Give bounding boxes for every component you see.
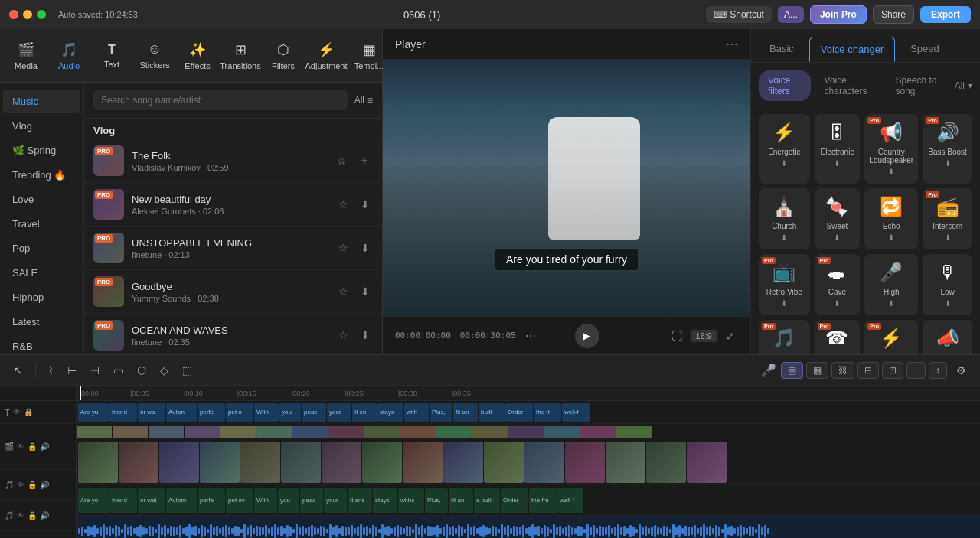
list-item[interactable]: PRO Goodbye Yummy Sounds · 02:38 ☆ ⬇ [84,270,382,314]
sidebar-item-spring[interactable]: 🌿 Spring [3,139,80,162]
favorite-button[interactable]: ☆ [335,195,351,214]
add-button[interactable]: ＋ [356,151,373,171]
trim-left-button[interactable]: ⊢ [63,361,81,380]
waveform-bar [752,527,754,536]
music-search-input[interactable] [93,90,348,110]
download-button[interactable]: ⬇ [358,326,373,344]
close-button[interactable] [9,10,18,19]
sidebar-item-hiphop[interactable]: Hiphop [3,285,80,309]
sidebar-item-sale[interactable]: SALE [3,261,80,285]
voice-item-old-telephone[interactable]: Pro ☎ Old Telephone ⬇ [815,320,861,354]
expand-button[interactable]: ⤢ [723,327,738,345]
shortcut-button[interactable]: ⌨ Shortcut [706,6,772,23]
delete-button[interactable]: ▭ [109,361,128,380]
sidebar-item-rnb[interactable]: R&B [3,334,80,354]
trim-right-button[interactable]: ⊣ [86,361,104,380]
sidebar-item-latest[interactable]: Latest [3,310,80,334]
share-button[interactable]: Share [873,5,914,24]
list-item[interactable]: PRO The Folk Vladislav Kurnikov · 02:59 … [84,139,382,183]
sidebar-item-pop[interactable]: Pop [3,236,80,260]
voice-item-sweet[interactable]: 🍬 Sweet ⬇ [815,188,861,249]
control-dots-button[interactable]: ⋯ [525,330,536,342]
tab-speed[interactable]: Speed [900,37,950,62]
join-pro-button[interactable]: Join Pro [810,5,867,24]
split-tool-button[interactable]: ⌇ [44,361,58,380]
download-button[interactable]: ⬇ [358,282,373,301]
list-item[interactable]: PRO OCEAN AND WAVES finetune · 02:35 ☆ ⬇ [84,314,382,354]
voice-item-cave[interactable]: Pro 🕳 Cave ⬇ [815,254,861,315]
waveform-bar [740,525,742,537]
waveform-bar [243,524,246,538]
export-button[interactable]: Export [920,6,971,23]
minimize-button[interactable] [23,10,32,19]
timeline-view-button[interactable]: ▤ [781,362,803,379]
favorite-button[interactable]: ☆ [335,239,351,257]
voice-item-retro-vibe[interactable]: Pro 📺 Retro Vibe ⬇ [759,254,810,315]
track-content-area[interactable]: 00:00 |00:05 |00:10 |00:15 |00:20 |00:25… [77,386,980,538]
sidebar-item-travel[interactable]: Travel [3,212,80,236]
waveform-bar [632,527,635,536]
toolbar-effects[interactable]: ✨ Effects [178,37,217,75]
select-tool-button[interactable]: ↖ [9,361,28,380]
list-item[interactable]: PRO New beautiful day Aleksei Gorobets ·… [84,183,382,227]
settings-button[interactable]: ⚙ [952,361,971,380]
voice-item-echo[interactable]: 🔁 Echo ⬇ [864,188,918,249]
voice-item-intercom[interactable]: Pro 📻 Intercom ⬇ [923,188,972,249]
download-button[interactable]: ⬇ [358,195,373,214]
clip-view-button[interactable]: ▦ [806,362,828,379]
toolbar-text[interactable]: T Text [92,38,132,73]
link-button[interactable]: ⛓ [831,362,854,379]
waveform-bar [439,528,442,534]
bezier-button[interactable]: ◇ [155,361,173,380]
color-strip [436,426,472,438]
voice-item-electronic[interactable]: 🎛 Electronic ⬇ [815,114,861,184]
sidebar-item-love[interactable]: Love [3,187,80,211]
voice-all-button[interactable]: All ▾ [955,70,972,101]
table-row: Plus, [430,403,452,422]
sidebar-item-trending[interactable]: Trending 🔥 [3,163,80,187]
voice-item-megaphone[interactable]: 📣 Megaphone ⬇ [923,320,972,354]
play-button[interactable]: ▶ [575,324,599,348]
subtab-voice-characters[interactable]: Voice characters [815,70,882,101]
player-menu-button[interactable]: ⋯ [726,37,738,51]
collapse-button[interactable]: ↕ [929,362,947,379]
toolbar-filters[interactable]: ⬡ Filters [263,37,303,75]
toolbar-adjustment[interactable]: ⚡ Adjustment [306,37,346,75]
tab-basic[interactable]: Basic [759,37,805,62]
toolbar-transitions[interactable]: ⊞ Transitions [220,37,260,75]
music-filter-button[interactable]: All ≡ [354,95,373,106]
voice-item-church[interactable]: ⛪ Church ⬇ [759,188,810,249]
voice-item-low[interactable]: 🎙 Low ⬇ [923,254,972,315]
voice-item-distorted-electron[interactable]: Pro ⚡ Distorted Electron ⬇ [864,320,918,354]
split-button[interactable]: ⊟ [858,362,879,379]
table-row: It ens [348,488,372,513]
list-item[interactable]: PRO UNSTOPPABLE EVENING finetune · 02:13… [84,227,382,270]
image-tool-button[interactable]: ⬚ [178,361,197,380]
voice-item-bass-boost[interactable]: Pro 🔊 Bass Boost ⬇ [923,114,972,184]
trim-button[interactable]: ⊡ [882,362,903,379]
favorite-button[interactable]: ☆ [335,326,351,344]
toolbar-audio[interactable]: 🎵 Audio [49,37,89,75]
download-button[interactable]: ⬇ [358,239,373,257]
toolbar-media[interactable]: 🎬 Media [6,37,46,75]
toolbar-stickers[interactable]: ☺ Stickers [135,37,175,74]
sidebar-item-vlog[interactable]: Vlog [3,114,80,138]
auto-button[interactable]: ⬡ [132,361,151,380]
zoom-in-button[interactable]: + [906,362,926,379]
favorite-button[interactable]: ☆ [335,282,351,301]
sidebar-item-music[interactable]: Music [3,90,80,113]
subtab-speech-to-song[interactable]: Speech to song [886,70,949,101]
voice-item-country-loudspeaker[interactable]: Pro 📢 Country Loudspeaker ⬇ [864,114,918,184]
voice-item-phonograph[interactable]: Pro 🎵 Phonograph ⬇ [759,320,810,354]
fullscreen-button[interactable]: ⛶ [668,327,685,345]
table-row: with [404,403,429,422]
voice-item-energetic[interactable]: ⚡ Energetic ⬇ [759,114,810,184]
favorite-button[interactable]: ☆ [334,152,350,170]
tab-voice-changer[interactable]: Voice changer [809,37,895,62]
music-info: The Folk Vladislav Kurnikov · 02:59 [132,150,326,172]
maximize-button[interactable] [37,10,46,19]
mic-button[interactable]: 🎤 [761,363,776,377]
voice-item-high[interactable]: 🎤 High ⬇ [864,254,918,315]
avatar-button[interactable]: A... [778,6,804,23]
subtab-voice-filters[interactable]: Voice filters [759,70,811,101]
